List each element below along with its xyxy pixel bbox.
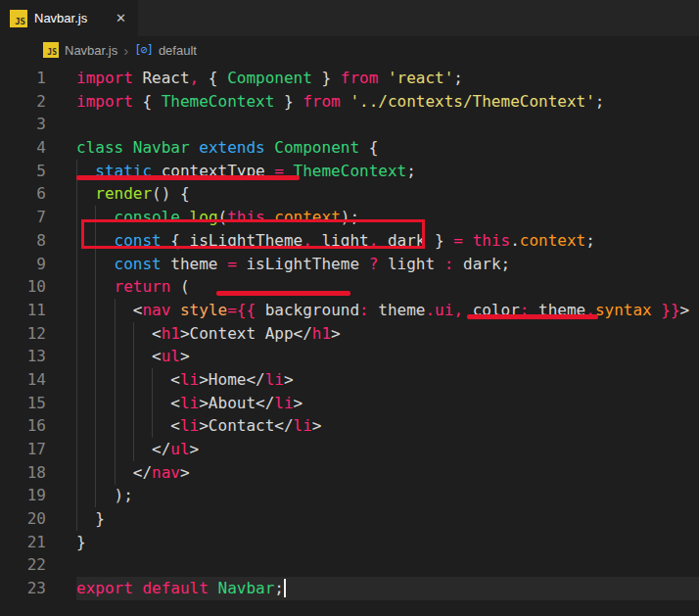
code-line-content[interactable]: export default Navbar; (76, 577, 699, 600)
code-token: const (115, 255, 162, 273)
code-token (378, 69, 388, 87)
code-line: 2import { ThemeContext } from '../contex… (0, 90, 699, 114)
code-token (76, 208, 115, 226)
code-token: >Home</ (199, 370, 264, 389)
code-line-content[interactable]: <h1>Context App</h1> (76, 322, 699, 346)
code-line-content[interactable]: const theme = isLightTheme ? light : dar… (76, 253, 699, 276)
breadcrumb-item-file[interactable]: Navbar.js (65, 43, 117, 58)
code-line-content[interactable]: </ul> (76, 438, 699, 461)
code-line-content[interactable]: return ( (76, 275, 699, 299)
line-number: 7 (0, 206, 46, 229)
code-token: , (303, 231, 312, 250)
line-number: 16 (0, 414, 46, 438)
code-token: context (520, 231, 585, 250)
code-token: : (359, 301, 369, 319)
code-token: } (312, 69, 341, 87)
tab-navbar-js[interactable]: JS Navbar.js ✕ (0, 0, 138, 36)
code-token: li (180, 416, 199, 435)
code-line-content[interactable] (76, 113, 699, 136)
code-line: 4class Navbar extends Component { (0, 136, 699, 160)
code-token: light (378, 255, 443, 273)
line-number: 3 (0, 113, 46, 136)
code-token: = (453, 231, 463, 250)
code-token: li (180, 394, 199, 412)
code-line-content[interactable]: } (76, 531, 699, 554)
code-token: = (227, 255, 237, 273)
code-token: { (133, 92, 162, 111)
code-token: >Contact</ (199, 416, 293, 435)
code-token: ThemeContext (294, 162, 407, 180)
line-number: 23 (0, 577, 46, 600)
code-line-content[interactable]: } (76, 507, 699, 531)
code-token (133, 579, 143, 597)
code-token: ( (170, 277, 189, 296)
code-line-content[interactable]: </nav> (76, 461, 699, 485)
code-token: ul (162, 347, 180, 365)
line-number: 2 (0, 90, 46, 114)
line-number: 5 (0, 160, 46, 183)
code-token (341, 92, 350, 111)
code-token: li (294, 416, 312, 435)
code-line: 10 return ( (0, 275, 699, 299)
code-token: : (444, 255, 454, 273)
code-token: console (115, 208, 180, 226)
javascript-file-icon: JS (10, 10, 27, 27)
code-line-content[interactable]: <li>Contact</li> (76, 414, 699, 438)
code-line: 9 const theme = isLightTheme ? light : d… (0, 253, 699, 276)
code-token: . (510, 231, 520, 250)
code-token: context (274, 208, 340, 226)
code-token: li (274, 394, 293, 412)
code-token (652, 301, 662, 319)
code-line-content[interactable]: console.log(this.context); (76, 206, 699, 229)
code-line-content[interactable]: <nav style={{ background: theme.ui, colo… (76, 299, 699, 322)
code-token: { isLightTheme (162, 231, 303, 250)
code-line-content[interactable]: <ul> (76, 345, 699, 368)
code-line-content[interactable]: const { isLightTheme, light, dark } = th… (76, 229, 699, 253)
code-token (463, 231, 473, 250)
code-token: < (76, 370, 180, 389)
code-token: > (284, 370, 294, 389)
code-token: log (190, 208, 218, 226)
code-line-content[interactable]: <li>Home</li> (76, 368, 699, 392)
code-line-content[interactable]: static contextType = ThemeContext; (76, 160, 699, 183)
code-token: </ (76, 463, 152, 482)
line-number: 12 (0, 322, 46, 346)
chevron-right-icon: › (123, 43, 128, 58)
breadcrumb-item-symbol[interactable]: default (159, 43, 197, 58)
code-token: h1 (162, 324, 180, 343)
code-token: theme (369, 301, 426, 319)
code-token: ); (341, 208, 359, 226)
code-token: < (76, 324, 162, 343)
code-line-content[interactable]: import { ThemeContext } from '../context… (76, 90, 699, 114)
code-line-content[interactable]: <li>About</li> (76, 392, 699, 415)
code-line: 22 (0, 553, 699, 577)
javascript-file-icon: JS (43, 42, 59, 58)
code-line: 21} (0, 531, 699, 554)
code-line: 14 <li>Home</li> (0, 368, 699, 392)
code-token: ); (76, 486, 133, 504)
line-number: 6 (0, 182, 46, 206)
close-icon[interactable]: ✕ (114, 10, 128, 26)
code-line-content[interactable]: render() { (76, 182, 699, 206)
code-token: nav (142, 301, 170, 319)
code-editor[interactable]: 1import React, { Component } from 'react… (0, 64, 699, 600)
code-line: 15 <li>About</li> (0, 392, 699, 415)
code-token (190, 138, 200, 157)
code-token: ; (585, 231, 595, 250)
line-number: 19 (0, 484, 46, 507)
code-line-content[interactable]: class Navbar extends Component { (76, 136, 699, 160)
code-token: return (115, 277, 171, 296)
code-token: h1 (312, 324, 331, 343)
code-line-content[interactable] (76, 553, 699, 577)
line-number: 1 (0, 67, 46, 90)
code-token: ? (369, 255, 379, 273)
code-token: < (76, 347, 162, 365)
code-line-content[interactable]: import React, { Component } from 'react'… (76, 67, 699, 90)
code-token: Component (227, 69, 312, 87)
code-line-content[interactable]: ); (76, 484, 699, 507)
symbol-default-icon: [⊘] (134, 43, 153, 57)
code-token: } (76, 533, 86, 551)
code-line: 16 <li>Contact</li> (0, 414, 699, 438)
line-number: 15 (0, 392, 46, 415)
code-token: ( (218, 208, 228, 226)
